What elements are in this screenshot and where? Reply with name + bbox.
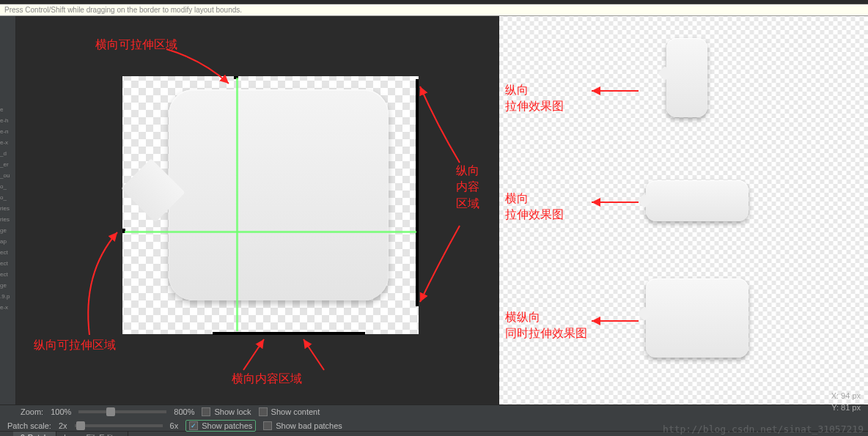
preview-pane: 纵向 拉伸效果图 横向 拉伸效果图 横纵向 同时拉伸效果图 [499,16,868,404]
arrow-icon [587,198,639,207]
hint-bar: Press Control/Shift while dragging on th… [0,4,868,16]
zoom-max: 800% [174,407,194,416]
show-patches-checkbox[interactable]: ✓Show patches [185,420,256,432]
zoom-slider[interactable] [78,410,166,413]
arrow-icon [229,335,273,375]
arrow-icon [295,335,339,375]
show-bad-patches-checkbox[interactable]: Show bad patches [263,421,342,430]
show-content-checkbox[interactable]: Show content [259,407,320,416]
project-sidebar: ee-he-ne-x_d_er_ouo_o_riesriesgeapectect… [0,16,16,404]
patch-max: 6x [170,421,179,430]
tab-image-editor[interactable]: ImageFileEditor [56,432,128,436]
watermark: http://blog.csdn.net/sinat_31057219 [663,424,864,435]
patch-guide-vertical [236,78,238,331]
annotation-pv-h: 横向 拉伸效果图 [505,191,564,223]
arrow-icon [416,82,467,170]
zoom-label: Zoom: [21,407,43,416]
speech-bubble-image [169,89,389,300]
annotation-pv-both: 横纵向 同时拉伸效果图 [505,309,587,342]
patch-scale-label: Patch scale: [7,421,51,430]
annotation-h-stretch: 横向可拉伸区域 [95,37,177,53]
patch-mark-bottom[interactable] [213,332,365,335]
cursor-coords: X: 94 px Y: 81 px [831,390,861,413]
patch-guide-horizontal [125,231,416,233]
editor-canvas[interactable] [122,76,419,334]
preview-horizontal-stretch [646,180,749,221]
patch-slider[interactable] [75,424,163,427]
annotation-v-content: 纵向 内容 区域 [456,163,479,212]
patch-mark-right[interactable] [416,79,419,306]
preview-vertical-stretch [666,38,707,117]
arrow-icon [587,86,639,95]
preview-both-stretch [646,278,749,358]
annotation-pv-v: 纵向 拉伸效果图 [505,82,564,115]
zoom-value: 100% [51,407,71,416]
arrow-icon [587,317,639,325]
show-lock-checkbox[interactable]: Show lock [202,407,251,416]
patch-min: 2x [59,421,67,430]
tab-9patch[interactable]: 9-Patch [13,432,56,436]
annotation-v-stretch: 纵向可拉伸区域 [34,337,116,353]
nine-patch-editor[interactable]: 横向可拉伸区域 纵向可拉伸区域 横向内容区域 纵向 内容 区域 [16,16,499,404]
arrow-icon [416,221,467,309]
annotation-h-content: 横向内容区域 [232,371,302,387]
